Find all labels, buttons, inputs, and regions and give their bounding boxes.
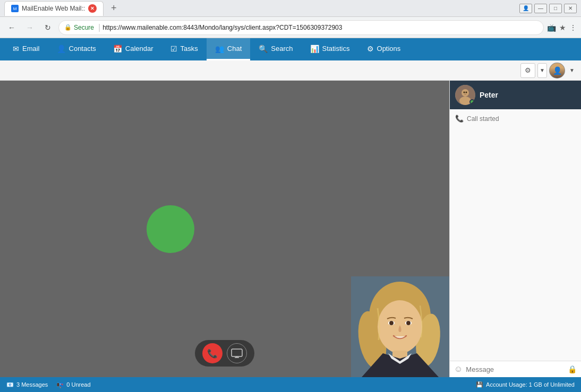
nav-options[interactable]: ⚙ Options [358,38,409,60]
nav-statistics-label: Statistics [322,45,350,53]
options-icon: ⚙ [367,45,374,53]
contact-name: Peter [480,91,498,99]
chat-sidebar: Peter 📞 Call started ☺ 🔒 [449,81,581,377]
unread-icon: 📭 [56,381,64,388]
secure-label: Secure [74,24,94,31]
remote-video-placeholder [147,205,194,253]
user-avatar-img: 👤 [550,63,565,78]
browser-tab[interactable]: M MailEnable Web Mail:: ✕ [4,1,104,16]
nav-options-label: Options [377,45,401,53]
nav-search-label: Search [271,45,293,53]
contact-avatar [455,85,475,105]
local-video-feed [351,276,449,377]
tasks-icon: ☑ [170,45,177,53]
new-tab-button[interactable]: + [107,2,121,15]
avatar-dropdown-button[interactable]: ▼ [567,63,577,78]
tab-title: MailEnable Web Mail:: [22,5,85,12]
nav-search[interactable]: 🔍 Search [250,38,301,60]
menu-icon[interactable]: ⋮ [569,23,577,32]
address-bar: ← → ↻ 🔒 Secure | https://www.mailenable.… [0,17,581,38]
nav-tasks[interactable]: ☑ Tasks [162,38,207,60]
nav-statistics[interactable]: 📊 Statistics [302,38,358,60]
back-button[interactable]: ← [4,20,19,35]
account-usage: 💾 Account Usage: 1 GB of Unlimited [476,381,575,388]
nav-chat-label: Chat [227,45,242,53]
unread-label: 0 Unread [66,381,90,388]
app-nav: ✉ Email 👤 Contacts 📅 Calendar ☑ Tasks 👥 … [0,38,581,60]
online-status-dot [469,99,475,104]
svg-rect-10 [232,349,242,356]
chat-icon: 👥 [215,45,224,53]
user-avatar-button[interactable]: 👤 [549,63,565,79]
svg-point-14 [462,89,469,97]
statistics-icon: 📊 [310,45,319,53]
main-content: 📞 [0,81,581,377]
title-bar-left: M MailEnable Web Mail:: ✕ + [4,1,121,16]
unread-count: 📭 0 Unread [56,381,90,388]
call-controls: 📞 [195,340,254,367]
local-video [351,276,449,377]
svg-point-17 [466,92,467,93]
nav-email-label: Email [22,45,40,53]
profile-icon[interactable]: 👤 [519,4,532,13]
lock-icon: 🔒 [64,24,72,31]
cast-icon[interactable]: 📺 [547,23,556,32]
chat-header: Peter [450,81,581,109]
settings-button[interactable]: ⚙ [520,63,535,78]
svg-point-16 [464,92,465,93]
bookmark-icon[interactable]: ★ [559,23,566,32]
tab-favicon: M [11,5,19,12]
call-icon: 📞 [455,115,464,123]
nav-email[interactable]: ✉ Email [4,38,48,60]
forward-button[interactable]: → [22,20,37,35]
title-bar: M MailEnable Web Mail:: ✕ + 👤 — □ ✕ [0,0,581,17]
svg-point-8 [406,321,411,325]
url-separator: | [98,23,100,32]
status-bar: 📧 3 Messages 📭 0 Unread 💾 Account Usage:… [0,377,581,392]
svg-point-7 [389,321,394,325]
calendar-icon: 📅 [113,45,122,53]
toolbar: ⚙ ▼ 👤 ▼ [0,60,581,81]
hangup-button[interactable]: 📞 [202,343,223,363]
messages-icon: 📧 [6,381,14,388]
video-area: 📞 [0,81,449,377]
usage-icon: 💾 [476,381,483,388]
message-input[interactable] [466,365,565,373]
address-right-controls: 📺 ★ ⋮ [547,23,577,32]
minimize-button[interactable]: — [534,4,547,13]
close-button[interactable]: ✕ [564,4,577,13]
dropdown-button[interactable]: ▼ [537,63,547,78]
account-usage-label: Account Usage: 1 GB of Unlimited [486,381,575,388]
screen-share-button[interactable] [227,343,247,363]
window-controls: 👤 — □ ✕ [519,4,577,13]
status-left: 📧 3 Messages 📭 0 Unread [6,381,91,388]
call-status-text: Call started [467,115,499,123]
send-lock-icon: 🔒 [568,365,577,373]
search-icon: 🔍 [259,45,268,53]
url-display: https://www.mailenable.com:8443/Mondo/la… [102,24,342,31]
nav-calendar-label: Calendar [125,45,153,53]
messages-count: 📧 3 Messages [6,381,48,388]
email-icon: ✉ [13,45,19,53]
nav-contacts[interactable]: 👤 Contacts [48,38,105,60]
emoji-button[interactable]: ☺ [454,364,463,374]
chat-message-call-started: 📞 Call started [455,115,576,123]
chat-messages-area[interactable]: 📞 Call started [450,109,581,361]
contacts-icon: 👤 [57,45,66,53]
tab-close-button[interactable]: ✕ [88,4,97,13]
address-input-wrapper[interactable]: 🔒 Secure | https://www.mailenable.com:84… [58,20,544,35]
nav-tasks-label: Tasks [181,45,198,53]
nav-chat[interactable]: 👥 Chat [207,38,250,60]
maximize-button[interactable]: □ [549,4,562,13]
refresh-button[interactable]: ↻ [40,20,55,35]
nav-contacts-label: Contacts [69,45,96,53]
nav-calendar[interactable]: 📅 Calendar [105,38,162,60]
messages-label: 3 Messages [16,381,48,388]
chat-input-row: ☺ 🔒 [450,361,581,377]
